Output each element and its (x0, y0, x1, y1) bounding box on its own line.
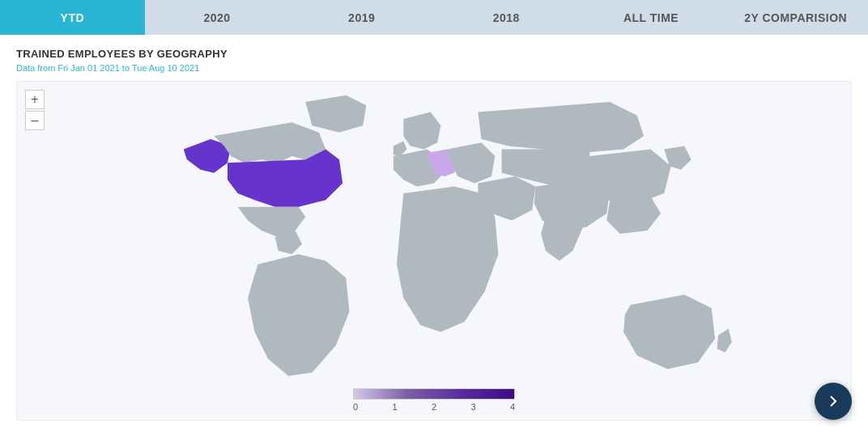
legend-label-0: 0 (353, 402, 358, 412)
legend-label-4: 4 (510, 402, 515, 412)
tab-alltime[interactable]: ALL TIME (579, 0, 724, 35)
legend-labels: 0 1 2 3 4 (353, 402, 515, 412)
legend-label-2: 2 (432, 402, 436, 412)
content-area: TRAINED EMPLOYEES BY GEOGRAPHY Data from… (0, 35, 868, 429)
legend-label-3: 3 (470, 402, 475, 412)
zoom-controls: + – (25, 90, 45, 130)
legend-label-1: 1 (392, 402, 397, 412)
tab-2ycomp[interactable]: 2Y COMPARISION (723, 0, 868, 35)
fab-button[interactable] (815, 383, 852, 420)
tab-2020[interactable]: 2020 (145, 0, 290, 35)
zoom-out-button[interactable]: – (25, 111, 45, 130)
map-container: + – (16, 81, 852, 421)
map-legend: 0 1 2 3 4 (353, 388, 515, 412)
tab-2018[interactable]: 2018 (434, 0, 579, 35)
chart-title: TRAINED EMPLOYEES BY GEOGRAPHY (16, 48, 852, 60)
zoom-in-button[interactable]: + (25, 90, 45, 109)
tab-2019[interactable]: 2019 (289, 0, 434, 35)
chart-subtitle: Data from Fri Jan 01 2021 to Tue Aug 10 … (16, 63, 852, 73)
world-map (17, 82, 851, 420)
chevron-right-icon (825, 393, 841, 409)
tab-bar: YTD 2020 2019 2018 ALL TIME 2Y COMPARISI… (0, 0, 868, 35)
tab-ytd[interactable]: YTD (0, 0, 145, 35)
legend-gradient-bar (353, 388, 515, 400)
